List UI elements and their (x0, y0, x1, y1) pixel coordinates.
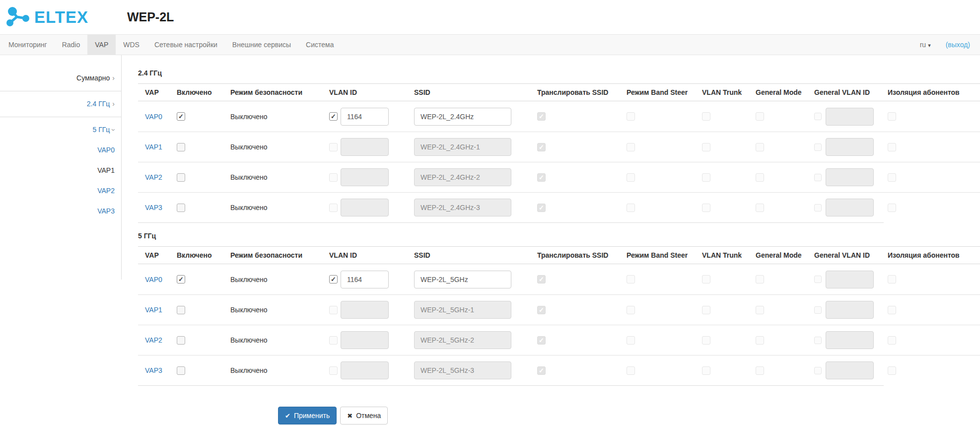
broadcast-ssid-checkbox (537, 112, 546, 121)
language-label: ru (920, 41, 926, 49)
eltex-molecule-icon (6, 6, 31, 28)
nav-right: ru▾ (выход) (920, 35, 970, 55)
enabled-checkbox[interactable] (177, 275, 185, 284)
vlan-id-checkbox (329, 306, 338, 314)
sidebar-item-2-4ghz[interactable]: 2.4 ГГц› (0, 94, 121, 114)
band-steer-checkbox (627, 366, 635, 375)
broadcast-ssid-checkbox (537, 173, 546, 182)
table-bottom-border (138, 222, 884, 223)
broadcast-ssid-checkbox (537, 275, 546, 284)
sidebar-item-label[interactable]: 2.4 ГГц (87, 100, 110, 108)
vap-link[interactable]: VAP1 (145, 143, 162, 151)
enabled-checkbox[interactable] (177, 306, 185, 314)
apply-button[interactable]: ✔Применить (278, 407, 337, 425)
sidebar-item-label[interactable]: VAP0 (97, 146, 115, 154)
vlan-id-input (341, 361, 389, 379)
enabled-checkbox[interactable] (177, 366, 185, 375)
table-row: VAP2 Выключено (138, 325, 980, 355)
page-layout: Суммарно› 2.4 ГГц› 5 ГГц› VAP0 VAP1 VAP2… (0, 55, 980, 426)
nav-tab-wds[interactable]: WDS (116, 35, 147, 55)
sidebar-item-label[interactable]: Суммарно (76, 74, 110, 82)
vlan-id-checkbox[interactable] (329, 275, 338, 284)
vap-link[interactable]: VAP3 (145, 204, 162, 212)
sidebar-item-5ghz-vap0[interactable]: VAP0 (0, 140, 121, 160)
column-header-1: Включено (177, 251, 230, 259)
nav-tab-network-settings[interactable]: Сетевые настройки (147, 35, 225, 55)
column-header-10: Изоляция абонентов (888, 88, 973, 96)
security-mode-value: Выключено (230, 366, 268, 374)
sidebar-item-label[interactable]: VAP2 (97, 187, 115, 195)
enabled-checkbox[interactable] (177, 204, 185, 212)
language-selector[interactable]: ru▾ (920, 41, 931, 49)
enabled-checkbox[interactable] (177, 143, 185, 151)
band-steer-checkbox (627, 336, 635, 345)
broadcast-ssid-checkbox (537, 366, 546, 375)
nav-tabs: МониторингRadioVAPWDSСетевые настройкиВн… (1, 35, 341, 55)
general-mode-checkbox (756, 306, 764, 314)
sidebar-item-5ghz-vap2[interactable]: VAP2 (0, 181, 121, 201)
band-steer-checkbox (627, 173, 635, 182)
chevron-right-icon: › (112, 99, 115, 109)
general-vlan-input (826, 108, 874, 126)
column-header-3: VLAN ID (329, 251, 414, 259)
table-header-row: VAPВключеноРежим безопасностиVLAN IDSSID… (138, 246, 980, 264)
vlan-id-checkbox (329, 204, 338, 212)
column-header-7: VLAN Trunk (702, 251, 756, 259)
nav-tab-system[interactable]: Система (298, 35, 341, 55)
general-mode-checkbox (756, 366, 764, 375)
enabled-checkbox[interactable] (177, 173, 185, 182)
ssid-input[interactable] (414, 271, 511, 288)
sidebar-item-5ghz[interactable]: 5 ГГц› (0, 120, 121, 140)
band-steer-checkbox (627, 306, 635, 314)
column-header-2: Режим безопасности (230, 251, 329, 259)
cancel-button[interactable]: ✖Отмена (340, 407, 388, 425)
security-mode-value: Выключено (230, 306, 268, 314)
band-steer-checkbox (627, 204, 635, 212)
security-mode-value: Выключено (230, 113, 268, 121)
sidebar-item-5ghz-vap1[interactable]: VAP1 (0, 160, 121, 181)
vlan-id-input[interactable] (341, 108, 389, 126)
vap-link[interactable]: VAP0 (145, 276, 162, 284)
column-header-2: Режим безопасности (230, 88, 329, 96)
sidebar-item-summary[interactable]: Суммарно› (0, 68, 121, 88)
vlan-id-checkbox (329, 173, 338, 182)
vlan-id-input[interactable] (341, 271, 389, 288)
check-icon: ✔ (285, 412, 290, 420)
isolation-checkbox (888, 112, 896, 121)
nav-tab-monitoring[interactable]: Мониторинг (1, 35, 55, 55)
table-bottom-border (138, 385, 884, 386)
general-vlan-input (826, 199, 874, 216)
vlan-trunk-checkbox (702, 143, 710, 151)
vlan-id-checkbox[interactable] (329, 112, 338, 121)
table-row: VAP3 Выключено (138, 355, 980, 385)
enabled-checkbox[interactable] (177, 336, 185, 345)
general-mode-checkbox (756, 173, 764, 182)
sidebar-item-label[interactable]: VAP3 (97, 207, 115, 215)
vap-link[interactable]: VAP2 (145, 336, 162, 344)
vap-link[interactable]: VAP2 (145, 173, 162, 181)
broadcast-ssid-checkbox (537, 204, 546, 212)
ssid-input[interactable] (414, 108, 511, 126)
vap-link[interactable]: VAP0 (145, 113, 162, 121)
broadcast-ssid-checkbox (537, 336, 546, 345)
general-vlan-input (826, 331, 874, 349)
nav-tab-external-services[interactable]: Внешние сервисы (225, 35, 298, 55)
isolation-checkbox (888, 366, 896, 375)
table-row: VAP3 Выключено (138, 192, 980, 222)
vlan-id-checkbox (329, 143, 338, 151)
sidebar-item-label[interactable]: 5 ГГц (92, 126, 110, 134)
sidebar-item-5ghz-vap3[interactable]: VAP3 (0, 201, 121, 221)
navbar: МониторингRadioVAPWDSСетевые настройкиВн… (0, 34, 980, 55)
vap-link[interactable]: VAP1 (145, 306, 162, 314)
logout-link[interactable]: (выход) (946, 41, 970, 49)
ssid-input (414, 301, 511, 319)
column-header-1: Включено (177, 88, 230, 96)
enabled-checkbox[interactable] (177, 112, 185, 121)
column-header-6: Режим Band Steer (627, 88, 702, 96)
sidebar-item-label[interactable]: VAP1 (97, 166, 115, 174)
security-mode-value: Выключено (230, 143, 268, 151)
nav-tab-radio[interactable]: Radio (55, 35, 88, 55)
column-header-10: Изоляция абонентов (888, 251, 973, 259)
nav-tab-vap[interactable]: VAP (87, 35, 116, 55)
vap-link[interactable]: VAP3 (145, 366, 162, 374)
